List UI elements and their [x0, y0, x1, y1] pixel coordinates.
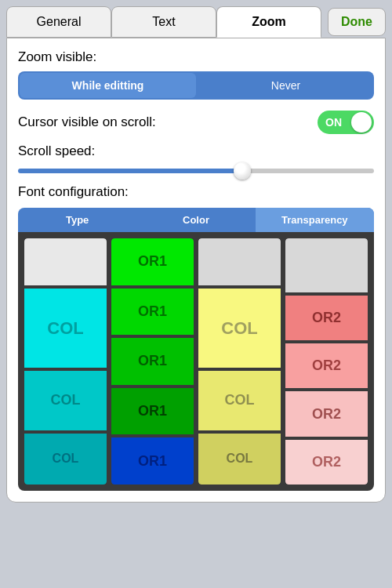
- col3-cell-col3[interactable]: COL: [198, 434, 281, 485]
- font-config-label: Font configuration:: [18, 184, 374, 200]
- cursor-visible-row: Cursor visible on scroll: ON: [18, 111, 374, 134]
- zoom-visible-label: Zoom visible:: [18, 49, 374, 65]
- col4-cell-or2-2[interactable]: OR2: [285, 343, 368, 388]
- color-column-1: COL COL COL: [24, 238, 107, 485]
- col3-cell-col[interactable]: COL: [198, 289, 281, 368]
- col2-cell-or1-1[interactable]: OR1: [111, 238, 194, 285]
- col1-cell-col3[interactable]: COL: [24, 434, 107, 485]
- done-button[interactable]: Done: [328, 8, 386, 36]
- col2-cell-or1-2[interactable]: OR1: [111, 289, 194, 336]
- color-picker-area: COL COL COL OR1 OR1 OR1 OR1 OR: [18, 232, 374, 491]
- col2-cell-or1-4[interactable]: OR1: [111, 388, 194, 435]
- col2-cell-or1-5[interactable]: OR1: [111, 437, 194, 485]
- top-tab-bar: General Text Zoom Done: [0, 0, 392, 38]
- cursor-visible-label: Cursor visible on scroll:: [18, 114, 156, 130]
- col4-cell-or2-4[interactable]: OR2: [285, 440, 368, 485]
- tab-general[interactable]: General: [6, 6, 111, 38]
- scroll-speed-label: Scroll speed:: [18, 143, 95, 159]
- col4-cell-or2-1[interactable]: OR2: [285, 296, 368, 340]
- font-tab-transparency[interactable]: Transparency: [256, 208, 374, 232]
- font-tab-bar: Type Color Transparency: [18, 208, 374, 232]
- font-tab-type[interactable]: Type: [18, 208, 136, 232]
- zoom-while-editing[interactable]: While editting: [20, 73, 196, 98]
- tab-zoom[interactable]: Zoom: [216, 6, 321, 38]
- col3-cell-col2[interactable]: COL: [198, 371, 281, 430]
- tab-text[interactable]: Text: [111, 6, 216, 38]
- col4-empty-top[interactable]: [285, 238, 368, 292]
- color-column-4: OR2 OR2 OR2 OR2: [285, 238, 368, 485]
- scroll-speed-row: Scroll speed:: [18, 143, 374, 159]
- font-tab-color[interactable]: Color: [136, 208, 255, 232]
- col2-cell-or1-3[interactable]: OR1: [111, 338, 194, 385]
- col1-empty-top[interactable]: [24, 238, 107, 285]
- scroll-speed-track[interactable]: [18, 169, 374, 173]
- scroll-speed-thumb[interactable]: [234, 162, 251, 180]
- color-column-3: COL COL COL: [198, 238, 281, 485]
- toggle-knob: [351, 112, 372, 132]
- color-column-2: OR1 OR1 OR1 OR1 OR1: [111, 238, 194, 485]
- zoom-never[interactable]: Never: [198, 71, 374, 100]
- scroll-speed-slider-row: [18, 169, 374, 173]
- col4-cell-or2-3[interactable]: OR2: [285, 391, 368, 436]
- cursor-toggle[interactable]: ON: [318, 111, 374, 134]
- main-card: Zoom visible: While editting Never Curso…: [6, 38, 386, 503]
- toggle-on-text: ON: [325, 116, 342, 129]
- zoom-segment-control: While editting Never: [18, 71, 374, 100]
- col3-empty-top[interactable]: [198, 238, 281, 285]
- col1-cell-col2[interactable]: COL: [24, 371, 107, 430]
- col1-cell-col[interactable]: COL: [24, 289, 107, 368]
